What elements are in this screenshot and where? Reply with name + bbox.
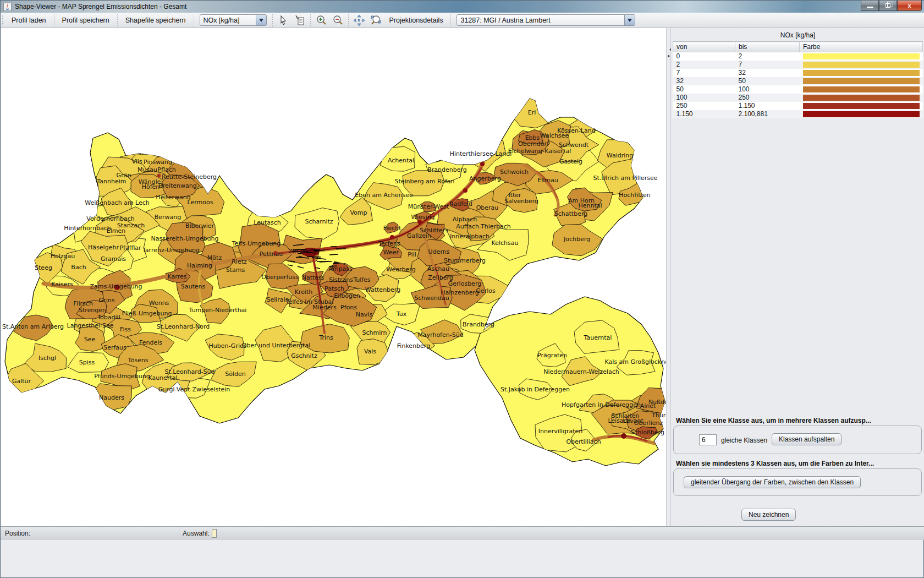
- map-canvas[interactable]: VilsPinswangMusauPflachGränReutte-Steine…: [1, 28, 666, 526]
- city-marker: [390, 235, 394, 239]
- municipality-label: Auffach-Thierbach: [456, 223, 511, 230]
- info-tool-button[interactable]: [293, 14, 307, 27]
- legend-bis: 250: [735, 94, 800, 102]
- municipality-label: Pinswang: [144, 159, 172, 166]
- legend-row[interactable]: 250 1.150: [673, 102, 923, 110]
- municipality-label: Schmirn: [362, 329, 387, 336]
- municipality-label: Langesthei-See: [67, 322, 114, 329]
- selection-color-swatch: [212, 529, 217, 538]
- municipality-label: Sautens: [181, 283, 206, 290]
- toolbar-separator: [310, 14, 311, 26]
- municipality-label: Spiss: [79, 359, 95, 366]
- interpolate-colors-button[interactable]: gleitender Übergang der Farben, zwischen…: [684, 476, 861, 488]
- municipality-label: Weer: [383, 249, 399, 256]
- restore-icon: [886, 3, 890, 8]
- legend-von: 50: [673, 85, 735, 94]
- redraw-button[interactable]: Neu zeichnen: [741, 509, 796, 521]
- split-pane-divider[interactable]: [666, 28, 671, 526]
- municipality-label: Thurn: [651, 412, 666, 419]
- municipality-label: St.Leonhard-Nord: [157, 323, 210, 330]
- equal-classes-label: gleiche Klassen: [721, 437, 767, 444]
- municipality-label: Steinberg am Rofan: [394, 178, 454, 185]
- municipality-label: Musau: [138, 166, 157, 173]
- municipality-label: St.Jakob in Defereggen: [501, 386, 570, 393]
- municipality-label: Ellbögen: [334, 292, 360, 299]
- legend-table[interactable]: von bis Farbe 0 2 2 7 7 32 32: [673, 41, 923, 118]
- column-header-von[interactable]: von: [673, 42, 735, 52]
- column-header-bis[interactable]: bis: [735, 42, 800, 52]
- save-profile-button[interactable]: Profil speichern: [57, 14, 115, 26]
- legend-color-swatch: [803, 103, 920, 109]
- municipality-label: Pill: [408, 251, 416, 258]
- municipality-label: Niedermauern-Welzelach: [543, 368, 619, 375]
- legend-row[interactable]: 7 32: [673, 69, 923, 77]
- legend-row[interactable]: 32 50: [673, 77, 923, 85]
- municipality-label: Oberndorf: [518, 140, 549, 148]
- save-shapefile-button[interactable]: Shapefile speichern: [120, 14, 191, 26]
- municipality-label: Innervillgraten: [538, 428, 582, 435]
- legend-row[interactable]: 1.150 2.100,881: [673, 110, 923, 118]
- municipality-label: Angerberg: [469, 175, 501, 182]
- title-bar[interactable]: Shape-Viewer - MAP Sprengel Emissionsdic…: [1, 1, 924, 13]
- legend-von: 1.150: [673, 110, 735, 118]
- split-classes-button[interactable]: Klassen aufspalten: [772, 433, 842, 445]
- app-window: Shape-Viewer - MAP Sprengel Emissionsdic…: [0, 0, 924, 578]
- projection-zoom-icon: [369, 14, 382, 27]
- municipality-label: Vomp: [350, 209, 367, 216]
- zoom-out-button[interactable]: [331, 14, 345, 27]
- municipality-label: Natters: [302, 274, 324, 281]
- pan-tool-button[interactable]: [352, 14, 366, 27]
- interpolate-hint: Wählen sie mindestens 3 Klassen aus, um …: [676, 460, 874, 467]
- municipality-label: Oberau: [476, 204, 499, 211]
- status-bar: Position: Auswahl:: [1, 526, 924, 540]
- municipality-label: Steeg: [35, 264, 52, 271]
- zoom-in-button[interactable]: [314, 14, 328, 27]
- load-profile-button[interactable]: Profil laden: [6, 14, 52, 26]
- municipality-label: Hopfgarten in Defereggen: [562, 401, 641, 408]
- municipality-label: See: [84, 336, 96, 343]
- municipality-label: St.Ulrich am Pillersee: [593, 175, 657, 182]
- legend-color-cell: [800, 61, 923, 69]
- municipality-label: Pfunds-Umgebung: [94, 373, 150, 380]
- projection-dropdown[interactable]: 31287: MGI / Austria Lambert: [457, 14, 635, 26]
- close-button[interactable]: x: [897, 1, 922, 11]
- legend-row[interactable]: 50 100: [673, 85, 923, 94]
- column-header-farbe[interactable]: Farbe: [800, 42, 923, 52]
- restore-button[interactable]: [879, 1, 897, 11]
- legend-color-swatch: [803, 111, 920, 117]
- municipality-label: Fendels: [139, 339, 162, 346]
- chevron-down-icon[interactable]: [624, 15, 635, 25]
- projection-tool-button[interactable]: [369, 14, 383, 27]
- attribute-dropdown[interactable]: NOx [kg/ha]: [200, 14, 267, 26]
- municipality-label: Aschau: [427, 265, 449, 272]
- municipality-label: Alpbach: [453, 216, 477, 223]
- projection-details-button[interactable]: Projektionsdetails: [384, 14, 449, 26]
- legend-color-cell: [800, 69, 923, 77]
- municipality-label: Nassereith-Umgebung: [151, 235, 219, 242]
- municipality-label: Kals am Großglockner: [605, 358, 666, 366]
- minimize-icon: [867, 7, 873, 8]
- cursor-tool-button[interactable]: [276, 14, 290, 27]
- legend-row[interactable]: 100 250: [673, 94, 923, 102]
- legend-bis: 7: [735, 61, 800, 69]
- legend-title: NOx [kg/ha]: [673, 30, 923, 41]
- cursor-icon: [278, 15, 288, 26]
- municipality-label: Waidring: [607, 152, 634, 159]
- municipality-label: Hinterhornbach: [64, 225, 111, 232]
- selection-label: Auswahl:: [183, 530, 210, 537]
- choropleth-map[interactable]: VilsPinswangMusauPflachGränReutte-Steine…: [1, 28, 666, 526]
- municipality-label: Höfen: [142, 183, 160, 190]
- legend-bis: 32: [735, 69, 800, 77]
- municipality-label: Tobadill: [97, 314, 120, 321]
- legend-row[interactable]: 2 7: [673, 61, 923, 69]
- equal-classes-input[interactable]: [699, 434, 717, 445]
- municipality-label: Brandenberg: [427, 166, 467, 173]
- legend-row[interactable]: 0 2: [673, 52, 923, 61]
- municipality-label: Tarrenz-Umgebung: [142, 247, 200, 254]
- municipality-label: Stams: [226, 266, 245, 274]
- minimize-button[interactable]: [861, 1, 879, 11]
- municipality-label: Radfeld: [449, 200, 472, 208]
- toolbar-drag-handle[interactable]: [2, 15, 3, 26]
- municipality-label: Strengen: [79, 307, 106, 314]
- chevron-down-icon[interactable]: [256, 15, 266, 25]
